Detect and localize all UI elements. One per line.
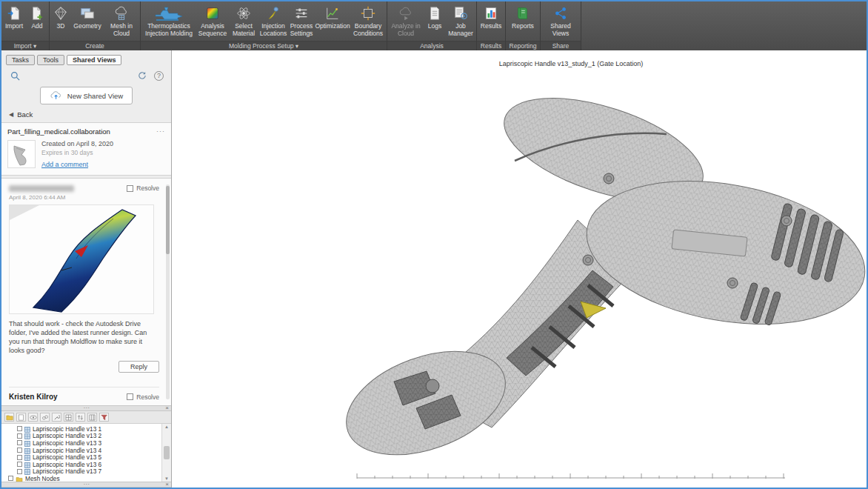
ribbon-item-label: Mesh in Cloud (104, 23, 138, 38)
optimization-icon (324, 4, 341, 23)
tab-tasks[interactable]: Tasks (6, 55, 35, 65)
ribbon-item-mesh-in-cloud[interactable]: Mesh in Cloud (104, 2, 139, 41)
shared-view-thumbnail[interactable] (7, 140, 36, 168)
splitter-handle-icon: ⋯ (84, 482, 90, 487)
ribbon-item-geometry[interactable]: Geometry (71, 2, 104, 41)
ribbon-item-label: Analysis Sequence (197, 23, 228, 38)
resolve-checkbox[interactable] (127, 393, 133, 400)
search-icon[interactable] (9, 70, 21, 82)
new-shared-view-button[interactable]: New Shared View (40, 87, 133, 104)
scroll-up-icon[interactable]: ▲ (164, 425, 169, 429)
folder-icon[interactable] (4, 413, 14, 422)
shared-view-title: Part_filling_medical.collaboration (7, 127, 110, 136)
created-date: Created on April 8, 2020 (41, 140, 113, 147)
ribbon-item-label: Job Manager (447, 23, 475, 38)
reports-icon (515, 4, 531, 23)
ribbon-item-3d[interactable]: 3D (50, 2, 71, 41)
resolve-checkbox[interactable] (127, 185, 133, 192)
ribbon-item-analyze-in-cloud: Analyze in Cloud (388, 2, 424, 41)
ribbon-item-add[interactable]: Add (26, 2, 48, 41)
ribbon-item-thermoplastics-injection-molding[interactable]: Thermoplastics Injection Molding (141, 2, 196, 41)
model-3d-view[interactable] (172, 50, 867, 488)
columns-icon[interactable] (87, 413, 97, 422)
pane-splitter[interactable]: ⋯ × (1, 482, 171, 488)
cloud-upload-icon (50, 90, 63, 102)
tree-item-checkbox[interactable] (17, 433, 22, 439)
viewport-3d[interactable]: Lapriscopic Handle v13_study_1 (Gate Loc… (172, 50, 867, 488)
comment-date: April 8, 2020 6:44 AM (9, 194, 159, 201)
ribbon-group-label-molding-process-setup[interactable]: Molding Process Setup ▾ (141, 41, 387, 50)
sort-icon[interactable] (76, 413, 85, 422)
comment-image[interactable] (9, 204, 154, 314)
ribbon-item-select-material[interactable]: Select Material (229, 2, 258, 41)
tree-item[interactable]: Mesh Nodes (4, 475, 159, 482)
tree-item-label: Lapriscopic Handle v13 4 (33, 447, 101, 454)
pane-splitter[interactable]: ⋯ × (1, 405, 171, 411)
more-options-icon[interactable]: ··· (156, 127, 165, 135)
main-area: Tasks Tools Shared Views ? New Shared Vi… (1, 50, 867, 488)
scrollbar-thumb[interactable] (164, 446, 170, 459)
grid-icon[interactable] (64, 413, 73, 422)
back-button[interactable]: ◀ Back (1, 108, 171, 122)
tab-tools[interactable]: Tools (37, 55, 64, 65)
results-icon (484, 4, 498, 23)
moldflow-app-window: Import Add Import ▾ 3D Geometry (0, 0, 868, 489)
tree-item-checkbox[interactable] (8, 476, 13, 481)
ribbon-item-label: Boundary Conditions (351, 23, 385, 38)
tree-item[interactable]: Lapriscopic Handle v13 7 (4, 468, 159, 476)
injection-locations-icon (265, 4, 281, 23)
ribbon-item-injection-locations[interactable]: Injection Locations (258, 2, 288, 41)
ribbon-item-optimization[interactable]: Optimization (315, 2, 350, 41)
ribbon-item-label: Optimization (315, 23, 350, 30)
ribbon-group-label-import[interactable]: Import ▾ (1, 41, 49, 50)
tree-item-checkbox[interactable] (17, 426, 22, 431)
ribbon-item-logs[interactable]: Logs (424, 2, 446, 41)
new-shared-view-row: New Shared View (1, 82, 171, 108)
ribbon-group-label-results: Results (477, 41, 505, 50)
boundary-conditions-icon (360, 4, 376, 23)
ribbon-item-boundary-conditions[interactable]: Boundary Conditions (350, 2, 386, 41)
ribbon-item-job-manager[interactable]: Job Manager (446, 2, 475, 41)
link-icon[interactable] (40, 413, 50, 422)
add-comment-link[interactable]: Add a comment (41, 161, 88, 168)
scrollbar-thumb[interactable] (166, 186, 170, 254)
ribbon-item-label: Select Material (230, 23, 258, 38)
ribbon-group-import: Import Add Import ▾ (1, 1, 50, 50)
tree-item-label: Lapriscopic Handle v13 7 (33, 468, 101, 475)
help-icon[interactable]: ? (154, 71, 164, 81)
tree-item-checkbox[interactable] (17, 462, 22, 467)
ribbon-item-shared-views[interactable]: Shared Views (541, 2, 580, 41)
tree-item-checkbox[interactable] (17, 440, 22, 445)
refresh-icon[interactable] (136, 70, 148, 82)
tree-scrollbar[interactable]: ▲ ▼ (161, 424, 171, 482)
wrench-icon[interactable] (52, 413, 61, 422)
tab-shared-views[interactable]: Shared Views (67, 55, 121, 65)
job-manager-icon (453, 4, 469, 23)
tree-item-label: Lapriscopic Handle v13 3 (33, 439, 101, 447)
panel-icon-row: ? (1, 67, 171, 82)
close-pane-icon[interactable]: × (165, 406, 169, 410)
ribbon-group-share: Shared Views Share (541, 1, 581, 50)
filter-icon[interactable] (99, 413, 109, 422)
ribbon-item-results[interactable]: Results (478, 2, 504, 41)
close-pane-icon[interactable]: × (165, 482, 169, 487)
ribbon-item-reports[interactable]: Reports (507, 2, 539, 41)
eye-icon[interactable] (28, 413, 38, 422)
ribbon-item-process-settings[interactable]: Process Settings (288, 2, 315, 41)
ribbon-group-reporting: Reports Reporting (506, 1, 541, 50)
ribbon-item-label: Shared Views (542, 23, 579, 38)
comment-scrollbar[interactable] (166, 184, 170, 399)
tree-item-label: Lapriscopic Handle v13 6 (33, 461, 101, 468)
tree-item-label: Lapriscopic Handle v13 1 (33, 425, 101, 433)
panel-tabs: Tasks Tools Shared Views (1, 50, 171, 67)
ribbon-item-label: Geometry (73, 23, 101, 30)
new-item-icon[interactable] (16, 413, 26, 422)
ribbon-item-import[interactable]: Import (2, 2, 26, 41)
tree-item-checkbox[interactable] (17, 455, 22, 460)
folder-icon (16, 472, 23, 482)
comment-author-redacted (9, 185, 74, 192)
reply-button[interactable]: Reply (118, 361, 159, 373)
resolve-label: Resolve (136, 393, 159, 401)
tree-item-checkbox[interactable] (17, 448, 22, 453)
ribbon-item-analysis-sequence[interactable]: Analysis Sequence (196, 2, 229, 41)
